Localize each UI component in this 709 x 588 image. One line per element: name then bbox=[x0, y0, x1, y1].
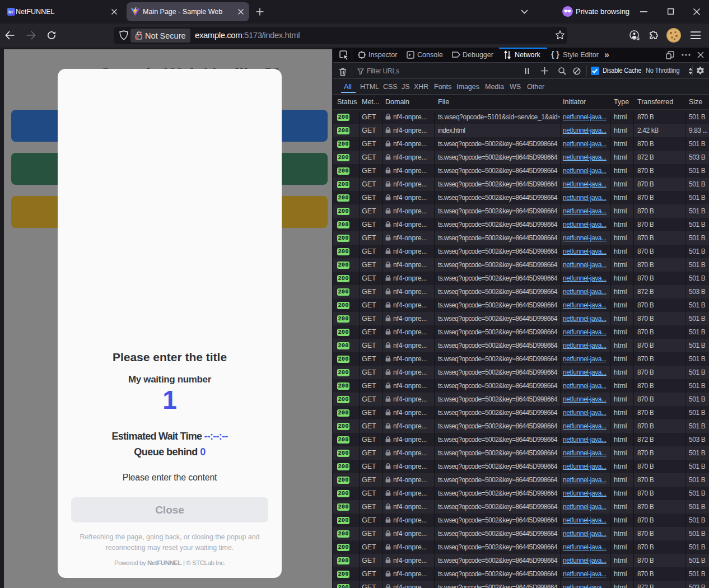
svg-text:NF: NF bbox=[8, 10, 14, 15]
